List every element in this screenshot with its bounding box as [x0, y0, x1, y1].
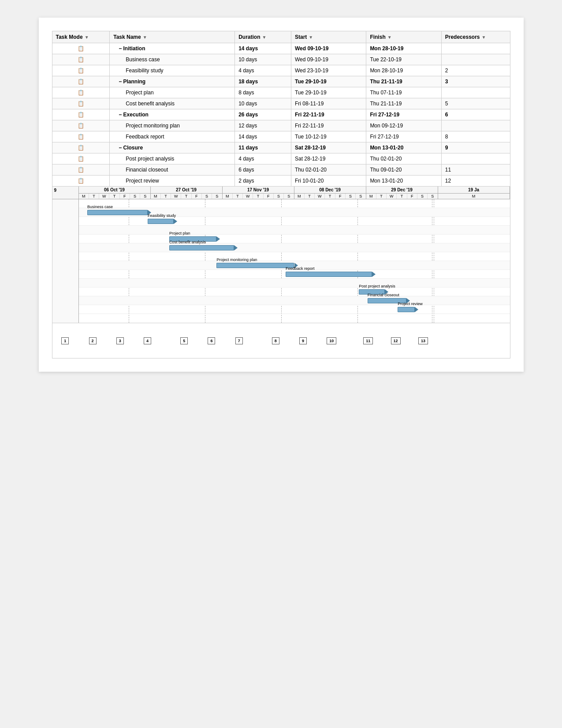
gantt-bar — [286, 272, 372, 277]
day-label: T — [161, 194, 171, 199]
table-row: 📋− Execution26 daysFri 22-11-19Fri 27-12… — [52, 109, 510, 120]
network-node: 3 — [116, 337, 124, 344]
gantt-bar-label: Financial closeout — [368, 293, 399, 297]
task-name-cell: Business case — [110, 54, 235, 65]
predecessors-cell — [441, 87, 510, 98]
predecessors-cell — [441, 54, 510, 65]
week-group: 27 Oct '19MTWTFSS — [151, 187, 223, 199]
gantt-row-bg — [79, 279, 510, 287]
page-container: Task Mode ▼ Task Name ▼ Duration ▼ — [39, 18, 524, 372]
task-mode-cell: 📋 — [52, 54, 110, 65]
th-finish-label: Finish — [370, 34, 385, 40]
finish-cell: Thu 07-11-19 — [366, 87, 441, 98]
predecessors-cell: 12 — [441, 175, 510, 187]
start-cell: Fri 22-11-19 — [291, 120, 366, 131]
th-duration[interactable]: Duration ▼ — [235, 31, 291, 43]
gantt-bar-arrow — [372, 272, 376, 277]
task-icon: 📋 — [78, 90, 84, 96]
day-label: S — [428, 194, 437, 199]
task-icon: 📋 — [78, 56, 84, 63]
task-mode-cell: 📋 — [52, 43, 110, 54]
task-icon: 📋 — [78, 45, 84, 52]
gantt-bar-label: Business case — [87, 205, 113, 209]
week-label: 06 Oct '19 — [79, 187, 150, 194]
start-cell: Fri 10-01-20 — [291, 175, 366, 187]
task-name-cell: Project plan — [110, 87, 235, 98]
task-mode-cell: 📋 — [52, 153, 110, 164]
day-label: T — [305, 194, 315, 199]
finish-cell: Mon 28-10-19 — [366, 43, 441, 54]
network-node: 12 — [391, 337, 401, 344]
gantt-bar-label: Project review — [398, 302, 423, 306]
th-finish[interactable]: Finish ▼ — [366, 31, 441, 43]
gantt-body: Business caseFeasibility studyProject pl… — [52, 199, 510, 323]
duration-cell: 14 days — [235, 43, 291, 54]
task-name-cell: − Execution — [110, 109, 235, 120]
gantt-bar-arrow — [234, 245, 238, 250]
sort-arrow-finish[interactable]: ▼ — [387, 35, 392, 40]
duration-cell: 8 days — [235, 87, 291, 98]
week-group: 08 Dec '19MTWTFSS — [294, 187, 366, 199]
day-labels: MTWTFSS — [223, 194, 294, 199]
task-mode-cell: 📋 — [52, 65, 110, 76]
week-group: 29 Dec '19MTWTFSS — [366, 187, 438, 199]
table-row: 📋Business case10 daysWed 09-10-19Tue 22-… — [52, 54, 510, 65]
predecessors-cell — [441, 43, 510, 54]
th-start[interactable]: Start ▼ — [291, 31, 366, 43]
network-node: 8 — [272, 337, 279, 344]
start-cell: Tue 10-12-19 — [291, 131, 366, 142]
day-label: S — [212, 194, 222, 199]
table-row: 📋Project plan8 daysTue 29-10-19Thu 07-11… — [52, 87, 510, 98]
day-labels: MTWTFSS — [79, 194, 150, 199]
task-name-cell: Feasibility study — [110, 65, 235, 76]
day-label: T — [325, 194, 335, 199]
gantt-bar — [216, 263, 294, 268]
day-label: S — [346, 194, 356, 199]
task-mode-cell: 📋 — [52, 142, 110, 153]
predecessors-cell — [441, 120, 510, 131]
start-cell: Wed 09-10-19 — [291, 43, 366, 54]
gantt-row-bg — [79, 199, 510, 208]
gantt-bar — [87, 210, 148, 215]
finish-cell: Fri 27-12-19 — [366, 131, 441, 142]
table-row: 📋Financial closeout6 daysThu 02-01-20Thu… — [52, 164, 510, 175]
task-icon: 📋 — [78, 134, 84, 140]
day-label: M — [294, 194, 305, 199]
network-node: 11 — [363, 337, 373, 344]
th-start-label: Start — [295, 34, 307, 40]
predecessors-cell: 2 — [441, 65, 510, 76]
sort-arrow-task-name[interactable]: ▼ — [143, 35, 147, 40]
sort-arrow-start[interactable]: ▼ — [309, 35, 313, 40]
duration-cell: 14 days — [235, 131, 291, 142]
day-label: W — [99, 194, 109, 199]
duration-cell: 4 days — [235, 153, 291, 164]
sort-arrow-duration[interactable]: ▼ — [262, 35, 267, 40]
gantt-bar-label: Post project analysis — [359, 284, 395, 288]
duration-cell: 11 days — [235, 142, 291, 153]
task-name-cell: − Initiation — [110, 43, 235, 54]
gantt-left-col — [52, 199, 79, 323]
week-label: 17 Nov '19 — [223, 187, 294, 194]
duration-cell: 6 days — [235, 164, 291, 175]
duration-cell: 10 days — [235, 54, 291, 65]
th-task-mode[interactable]: Task Mode ▼ — [52, 31, 110, 43]
th-task-name[interactable]: Task Name ▼ — [110, 31, 235, 43]
sort-arrow-pred[interactable]: ▼ — [482, 35, 486, 40]
table-row: 📋Feedback report14 daysTue 10-12-19Fri 2… — [52, 131, 510, 142]
finish-cell: Thu 09-01-20 — [366, 164, 441, 175]
task-icon: 📋 — [78, 67, 84, 74]
finish-cell: Thu 02-01-20 — [366, 153, 441, 164]
start-cell: Sat 28-12-19 — [291, 142, 366, 153]
gantt-header: 9 06 Oct '19MTWTFSS27 Oct '19MTWTFSS17 N… — [52, 187, 510, 199]
sort-arrow-task-mode[interactable]: ▼ — [85, 35, 89, 40]
predecessors-cell: 9 — [441, 142, 510, 153]
task-name-cell: Project review — [110, 175, 235, 187]
network-node: 4 — [144, 337, 151, 344]
gantt-row-bg — [79, 287, 510, 296]
gantt-weeks: 06 Oct '19MTWTFSS27 Oct '19MTWTFSS17 Nov… — [79, 187, 510, 199]
gantt-table: Task Mode ▼ Task Name ▼ Duration ▼ — [52, 31, 510, 187]
th-pred-label: Predecessors — [445, 34, 480, 40]
th-predecessors[interactable]: Predecessors ▼ — [441, 31, 510, 43]
gantt-bar-label: Project monitoring plan — [216, 258, 257, 262]
gantt-bar-label: Feasibility study — [148, 213, 176, 218]
